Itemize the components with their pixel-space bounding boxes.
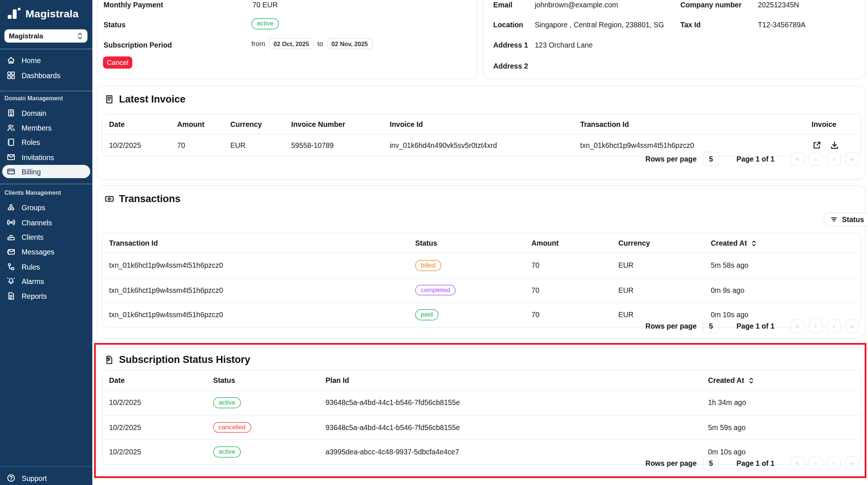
history-plan-id: 93648c5a-a4bd-44c1-b546-7fd56cb8155e (319, 392, 702, 413)
latest-invoice-pagination: Rows per page 5 Page 1 of 1 « ‹ › » (645, 152, 859, 166)
column-header: Invoice Id (383, 115, 574, 134)
sidebar-item-label: Reports (22, 292, 47, 300)
sidebar-divider (0, 467, 93, 467)
column-header: Status (207, 371, 319, 390)
transaction-amount: 70 (525, 304, 612, 326)
sidebar-item-label: Channels (22, 218, 52, 227)
column-header: Amount (170, 115, 224, 134)
sidebar-item-label: Alarms (22, 277, 44, 285)
next-page-button[interactable]: › (827, 152, 841, 166)
table-row: 10/2/2025 active 93648c5a-a4bd-44c1-b546… (103, 390, 861, 415)
sidebar-item-support[interactable]: Support (2, 471, 90, 485)
sidebar-item-label: Domain (22, 109, 46, 117)
notebook-icon (7, 138, 16, 147)
table-row: txn_01k6hct1p9w4ssm4t51h6pzcz0 billed 70… (103, 253, 861, 278)
status-label: Status (104, 21, 126, 29)
bell-icon (7, 277, 16, 285)
transactions-card: Transactions Status Transaction Id Statu… (97, 186, 865, 339)
history-status-badge: active (213, 397, 241, 408)
sidebar-divider (0, 91, 93, 91)
sidebar-item-label: Groups (22, 203, 45, 212)
sidebar-item-roles[interactable]: Roles (2, 136, 90, 149)
sidebar-section-clients-management: Clients Management (4, 189, 61, 196)
status-filter-button[interactable]: Status (824, 212, 868, 226)
table-row: txn_01k6hct1p9w4ssm4t51h6pzcz0 completed… (103, 277, 861, 302)
first-page-button[interactable]: « (790, 456, 805, 470)
subscription-history-pagination: Rows per page 5 Page 1 of 1 « ‹ › » (645, 456, 859, 470)
subscription-history-title: Subscription Status History (105, 354, 251, 366)
transaction-currency: EUR (612, 279, 705, 301)
home-icon (7, 56, 16, 65)
people-icon (7, 124, 16, 132)
download-icon (830, 140, 839, 150)
workspace-select[interactable]: Magistrala (4, 30, 87, 43)
transaction-amount: 70 (525, 279, 612, 301)
invoice-amount: 70 (170, 135, 224, 156)
sidebar-item-groups[interactable]: Groups (2, 201, 90, 214)
next-page-button[interactable]: › (827, 456, 841, 470)
sidebar-item-label: Billing (22, 167, 41, 176)
sidebar-item-clients[interactable]: Clients (2, 230, 90, 243)
prev-page-button[interactable]: ‹ (809, 456, 823, 470)
table-row: 10/2/2025 cancelled 93648c5a-a4bd-44c1-b… (103, 415, 861, 439)
column-header-sortable[interactable]: Created At (704, 233, 861, 253)
company-number-label: Company number (681, 1, 742, 9)
last-page-button[interactable]: » (845, 456, 860, 470)
history-status-badge: cancelled (213, 422, 251, 433)
envelope-icon (7, 153, 16, 162)
banknote-icon (105, 194, 114, 204)
sidebar-item-alarms[interactable]: Alarms (2, 274, 90, 288)
rows-per-page-select[interactable]: 5 (703, 152, 719, 166)
filter-icon (830, 216, 838, 223)
rows-per-page-select[interactable]: 5 (703, 456, 719, 470)
history-date: 10/2/2025 (103, 392, 207, 413)
sidebar-item-billing[interactable]: Billing (2, 165, 90, 178)
period-from-date: 02 Oct, 2025 (269, 38, 314, 49)
column-header: Transaction Id (574, 115, 805, 134)
first-page-button[interactable]: « (790, 152, 805, 166)
message-envelope-icon (7, 247, 16, 256)
sidebar-item-messages[interactable]: Messages (2, 245, 90, 259)
sort-icon (748, 377, 754, 384)
sidebar-item-home[interactable]: Home (2, 54, 90, 67)
column-header: Currency (224, 115, 285, 134)
first-page-button[interactable]: « (790, 319, 805, 333)
rows-per-page-select[interactable]: 5 (703, 319, 719, 333)
invoice-number: 59558-10789 (285, 135, 383, 156)
chevron-up-down-icon (77, 32, 83, 40)
transactions-pagination: Rows per page 5 Page 1 of 1 « ‹ › » (645, 319, 859, 333)
column-header-sortable[interactable]: Created At (702, 371, 861, 390)
sidebar-item-dashboards[interactable]: Dashboards (2, 69, 90, 82)
table-header-row: Date Status Plan Id Created At (103, 371, 861, 390)
sidebar-item-rules[interactable]: Rules (2, 260, 90, 273)
location-value: Singapore , Central Region, 238801, SG (535, 21, 664, 29)
transaction-id: txn_01k6hct1p9w4ssm4t51h6pzcz0 (103, 254, 409, 276)
open-invoice-button[interactable] (812, 140, 822, 150)
sidebar-item-reports[interactable]: Reports (2, 290, 90, 303)
last-page-button[interactable]: » (845, 319, 860, 333)
last-page-button[interactable]: » (845, 152, 860, 166)
sidebar-item-label: Invitations (22, 153, 54, 162)
column-header: Invoice Number (285, 115, 383, 134)
sidebar-item-label: Messages (22, 247, 55, 256)
page-indicator: Page 1 of 1 (737, 155, 775, 163)
prev-page-button[interactable]: ‹ (809, 319, 823, 333)
transaction-created-at: 0m 9s ago (704, 279, 861, 301)
sidebar-item-invitations[interactable]: Invitations (2, 150, 90, 164)
invoice-currency: EUR (224, 135, 285, 156)
sidebar-item-label: Roles (22, 138, 40, 146)
period-to-date: 02 Nov, 2025 (326, 38, 373, 49)
sidebar-item-domain[interactable]: Domain (2, 106, 90, 119)
next-page-button[interactable]: › (827, 319, 841, 333)
cancel-subscription-button[interactable]: Cancel (103, 56, 132, 69)
prev-page-button[interactable]: ‹ (809, 152, 823, 166)
billing-info-card: Email johnbrown@example.com Company numb… (483, 0, 865, 79)
transaction-status-badge: completed (415, 285, 456, 295)
download-invoice-button[interactable] (829, 140, 839, 150)
column-header: Date (103, 115, 171, 134)
sidebar-item-members[interactable]: Members (2, 121, 90, 135)
history-date: 10/2/2025 (103, 441, 207, 463)
rows-per-page-label: Rows per page (645, 322, 697, 330)
sidebar-item-channels[interactable]: Channels (2, 216, 90, 229)
nodes-icon (7, 262, 16, 271)
